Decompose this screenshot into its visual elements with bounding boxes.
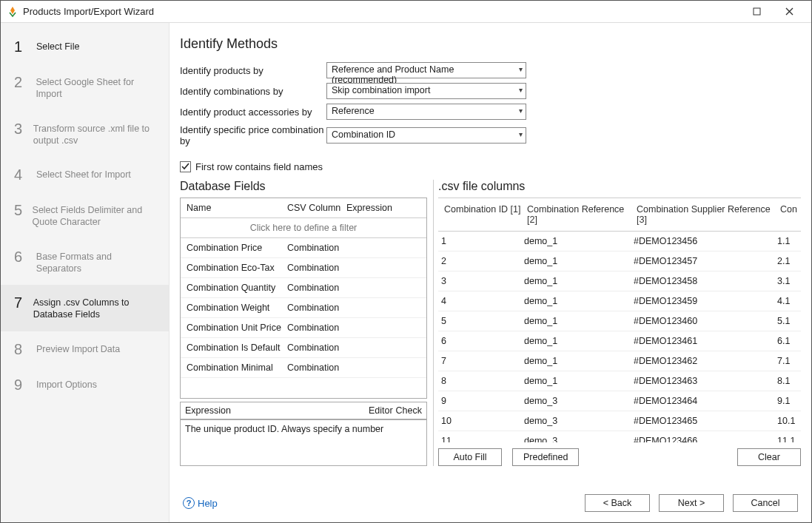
expression-check-link[interactable]: Check xyxy=(396,405,422,416)
form-select[interactable]: Combination ID▾ xyxy=(326,127,526,144)
csv-cell-supref: #DEMO123461 xyxy=(634,336,777,346)
csv-data-row[interactable]: 9demo_3#DEMO1234649.1 xyxy=(438,391,801,411)
expression-row: Expression Editor Check xyxy=(180,402,427,419)
csv-data-row[interactable]: 1demo_1#DEMO1234561.1 xyxy=(438,232,801,252)
csv-cell-extra: 7.1 xyxy=(777,356,798,366)
step-label: Transform source .xml file to output .cs… xyxy=(33,121,158,147)
step-number: 9 xyxy=(14,377,27,392)
db-col-csv[interactable]: CSV Column xyxy=(287,203,346,213)
wizard-step-2[interactable]: 2Select Google Sheet for Import xyxy=(1,64,169,111)
database-field-row[interactable]: Combination Eco-TaxCombination xyxy=(181,258,426,278)
wizard-step-3[interactable]: 3Transform source .xml file to output .c… xyxy=(1,111,169,158)
csv-cell-extra: 8.1 xyxy=(777,376,798,386)
db-field-csv: Combination xyxy=(287,303,398,313)
csv-data-row[interactable]: 3demo_1#DEMO1234583.1 xyxy=(438,271,801,291)
csv-cell-supref: #DEMO123464 xyxy=(634,396,777,406)
form-row-1: Identify combinations bySkip combination… xyxy=(180,83,801,99)
csv-body: 1demo_1#DEMO1234561.12demo_1#DEMO1234572… xyxy=(438,232,801,442)
csv-data-row[interactable]: 2demo_1#DEMO1234572.1 xyxy=(438,252,801,271)
form-select[interactable]: Skip combination import▾ xyxy=(326,83,526,99)
step-number: 4 xyxy=(14,167,27,182)
database-field-row[interactable]: Combination MinimalCombination xyxy=(181,358,426,378)
wizard-step-9[interactable]: 9Import Options xyxy=(1,367,169,402)
wizard-step-7[interactable]: 7Assign .csv Columns to Database Fields xyxy=(1,285,169,331)
db-col-expr[interactable]: Expression xyxy=(346,203,420,213)
database-fields-pane: Database Fields Name CSV Column Expressi… xyxy=(180,180,427,466)
database-field-row[interactable]: Combination Is DefaultCombination xyxy=(181,338,426,358)
window-maximize-button[interactable] xyxy=(740,1,773,23)
database-field-row[interactable]: Combination PriceCombination xyxy=(181,238,426,258)
cancel-button[interactable]: Cancel xyxy=(733,494,798,512)
csv-col-4[interactable]: Con xyxy=(777,204,798,225)
csv-cell-extra: 2.1 xyxy=(777,256,798,266)
step-label: Assign .csv Columns to Database Fields xyxy=(33,295,158,321)
csv-cell-ref: demo_1 xyxy=(524,336,634,346)
csv-cell-supref: #DEMO123466 xyxy=(634,436,777,442)
first-row-checkbox-label: First row contains field names xyxy=(195,161,323,172)
expression-input[interactable] xyxy=(235,405,366,416)
csv-cell-supref: #DEMO123457 xyxy=(634,256,777,266)
csv-cell-extra: 10.1 xyxy=(777,416,798,426)
database-field-row[interactable]: Combination Unit PriceCombination xyxy=(181,318,426,338)
field-description: The unique product ID. Always specify a … xyxy=(180,419,427,466)
csv-col-1[interactable]: Combination ID [1] xyxy=(441,204,524,225)
clear-button[interactable]: Clear xyxy=(737,448,801,466)
database-field-row[interactable]: Combination QuantityCombination xyxy=(181,278,426,298)
csv-columns-pane: .csv file columns Combination ID [1] Com… xyxy=(433,180,801,466)
form-select[interactable]: Reference and Product Name (recommended)… xyxy=(326,62,526,78)
db-field-name: Combination Weight xyxy=(187,303,287,313)
back-button[interactable]: < Back xyxy=(585,494,650,512)
csv-cell-extra: 3.1 xyxy=(777,276,798,286)
db-col-name[interactable]: Name xyxy=(187,203,287,213)
database-field-row[interactable]: Combination WeightCombination xyxy=(181,298,426,318)
wizard-footer: ? Help < Back Next > Cancel xyxy=(180,487,801,515)
csv-cell-id: 11 xyxy=(441,436,524,442)
database-fields-filter[interactable]: Click here to define a filter xyxy=(181,218,426,238)
window-close-button[interactable] xyxy=(773,1,805,23)
first-row-checkbox[interactable] xyxy=(180,161,191,172)
csv-data-row[interactable]: 6demo_1#DEMO1234616.1 xyxy=(438,331,801,351)
csv-cell-id: 3 xyxy=(441,276,524,286)
csv-data-row[interactable]: 7demo_1#DEMO1234627.1 xyxy=(438,351,801,371)
form-label: Identify product accessories by xyxy=(180,107,326,118)
csv-col-3[interactable]: Combination Supplier Reference [3] xyxy=(634,204,777,225)
csv-data-row[interactable]: 4demo_1#DEMO1234594.1 xyxy=(438,291,801,311)
csv-data-row[interactable]: 5demo_1#DEMO1234605.1 xyxy=(438,311,801,331)
database-fields-title: Database Fields xyxy=(180,180,427,193)
page-heading: Identify Methods xyxy=(180,36,801,52)
next-button[interactable]: Next > xyxy=(659,494,724,512)
predefined-button[interactable]: Predefined xyxy=(512,448,579,466)
csv-cell-extra: 5.1 xyxy=(777,316,798,326)
db-field-csv: Combination xyxy=(287,243,398,253)
form-select-value: Combination ID xyxy=(332,129,395,140)
csv-table: Combination ID [1] Combination Reference… xyxy=(438,198,801,442)
wizard-step-1[interactable]: 1Select File xyxy=(1,29,169,64)
step-number: 2 xyxy=(14,75,27,90)
form-select[interactable]: Reference▾ xyxy=(326,104,526,120)
csv-col-2[interactable]: Combination Reference [2] xyxy=(524,204,634,225)
db-field-name: Combination Unit Price xyxy=(187,323,287,333)
csv-data-row[interactable]: 11demo_3#DEMO12346611.1 xyxy=(438,431,801,442)
wizard-step-4[interactable]: 4Select Sheet for Import xyxy=(1,157,169,192)
wizard-step-5[interactable]: 5Select Fields Delimiter and Quote Chara… xyxy=(1,192,169,239)
wizard-step-6[interactable]: 6Base Formats and Separators xyxy=(1,239,169,286)
csv-cell-supref: #DEMO123465 xyxy=(634,416,777,426)
help-link[interactable]: ? Help xyxy=(183,497,218,509)
expression-editor-link[interactable]: Editor xyxy=(369,405,393,416)
form-select-value: Reference and Product Name (recommended) xyxy=(332,64,454,85)
titlebar: Products Import/Export Wizard xyxy=(1,1,811,23)
csv-cell-ref: demo_1 xyxy=(524,256,634,266)
csv-cell-ref: demo_1 xyxy=(524,236,634,246)
csv-cell-ref: demo_3 xyxy=(524,416,634,426)
csv-cell-supref: #DEMO123458 xyxy=(634,276,777,286)
auto-fill-button[interactable]: Auto Fill xyxy=(438,448,502,466)
chevron-down-icon: ▾ xyxy=(519,86,523,94)
chevron-down-icon: ▾ xyxy=(519,107,523,115)
csv-columns-title: .csv file columns xyxy=(438,180,801,193)
csv-cell-id: 6 xyxy=(441,336,524,346)
wizard-step-8[interactable]: 8Preview Import Data xyxy=(1,331,169,367)
csv-cell-extra: 1.1 xyxy=(777,236,798,246)
csv-data-row[interactable]: 10demo_3#DEMO12346510.1 xyxy=(438,411,801,431)
form-select-value: Reference xyxy=(332,106,375,116)
csv-data-row[interactable]: 8demo_1#DEMO1234638.1 xyxy=(438,371,801,391)
